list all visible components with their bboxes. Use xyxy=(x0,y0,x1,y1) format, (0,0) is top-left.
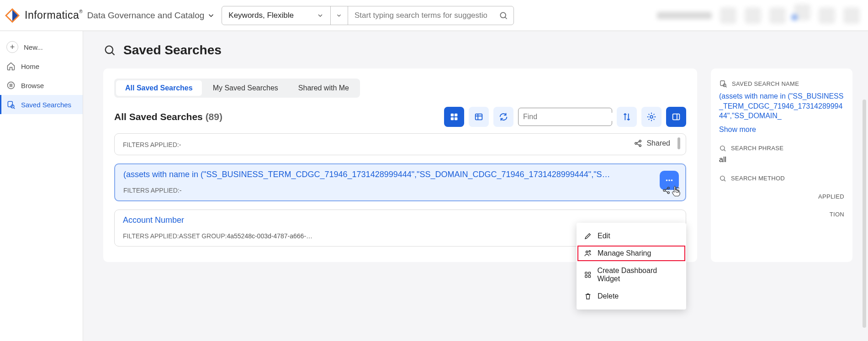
browse-icon xyxy=(6,81,16,90)
view-grid-button[interactable] xyxy=(444,107,464,127)
brand-name: Informatica xyxy=(25,9,79,21)
search-icon xyxy=(719,175,726,182)
filters-applied-value: 4a55248c-003d-4787-a666-… xyxy=(227,232,312,240)
asset-group-label: ASSET GROUP: xyxy=(179,232,227,240)
menu-item-manage-sharing[interactable]: Manage Sharing xyxy=(577,245,686,262)
tabs: All Saved Searches My Saved Searches Sha… xyxy=(114,79,360,98)
filters-applied-value: - xyxy=(180,187,182,194)
product-switch-chevron[interactable] xyxy=(207,11,215,20)
saved-search-title[interactable]: (assets with name in ("SS_BUSINESS_TERM_… xyxy=(123,170,677,179)
panel-toolbar: All Saved Searches (89) xyxy=(114,107,686,127)
brand-logo xyxy=(3,6,22,25)
search-icon xyxy=(103,44,116,57)
card-context-menu: Edit Manage Sharing Create Dashboard Wid… xyxy=(577,223,686,310)
shared-label: Shared xyxy=(646,139,670,147)
sidebar-item-new[interactable]: + New... xyxy=(0,37,83,57)
view-table-button[interactable] xyxy=(469,107,489,127)
tab-my-saved-searches[interactable]: My Saved Searches xyxy=(204,80,287,96)
sidebar-item-label: New... xyxy=(24,43,43,51)
tab-shared-with-me[interactable]: Shared with Me xyxy=(289,80,358,96)
saved-search-icon xyxy=(6,100,16,109)
sidebar-item-label: Saved Searches xyxy=(21,101,71,109)
trash-icon xyxy=(584,292,592,300)
find-input[interactable] xyxy=(523,113,614,121)
detail-label-text: TION xyxy=(830,211,844,218)
page-title: Saved Searches xyxy=(123,43,222,58)
menu-item-delete[interactable]: Delete xyxy=(577,288,686,305)
detail-label-name: SAVED SEARCH NAME xyxy=(719,79,844,88)
plus-icon: + xyxy=(6,41,18,53)
refresh-button[interactable] xyxy=(493,107,513,127)
sidebar-item-label: Browse xyxy=(21,82,44,89)
detail-phrase-value: all xyxy=(719,156,844,164)
people-icon xyxy=(584,249,592,257)
app-header: Informatica® Data Governance and Catalog… xyxy=(0,0,868,31)
shared-label: S xyxy=(675,186,680,194)
main-content: Saved Searches All Saved Searches My Sav… xyxy=(83,31,868,341)
brand-reg: ® xyxy=(79,9,82,14)
pencil-icon xyxy=(584,232,592,240)
section-heading-text: All Saved Searches xyxy=(114,111,203,122)
product-name: Data Governance and Catalog xyxy=(87,10,205,21)
detail-label-text: APPLIED xyxy=(818,193,844,200)
global-search: Keywords, Flexible xyxy=(222,6,514,25)
detail-name-link[interactable]: (assets with name in ("SS_BUSINESS_TERM_… xyxy=(719,91,844,121)
filters-applied-value: - xyxy=(179,141,181,148)
filters-applied-label: FILTERS APPLIED: xyxy=(123,141,179,148)
detail-label-text: SAVED SEARCH NAME xyxy=(732,80,799,87)
detail-label-filters: APPLIED xyxy=(719,193,844,200)
details-panel: SAVED SEARCH NAME (assets with name in (… xyxy=(711,68,852,262)
search-scope-dropdown[interactable]: Keywords, Flexible xyxy=(222,6,331,25)
header-right-blurred xyxy=(657,4,868,27)
sidebar: + New... Home Browse Saved Searches xyxy=(0,31,83,341)
filters-applied-label: FILTERS APPLIED: xyxy=(123,187,180,194)
detail-label-text: SEARCH PHRASE xyxy=(731,145,783,152)
chevron-down-icon xyxy=(317,12,324,19)
search-icon[interactable] xyxy=(493,11,513,20)
menu-item-label: Create Dashboard Widget xyxy=(597,267,679,283)
tab-all-saved-searches[interactable]: All Saved Searches xyxy=(116,80,202,96)
sidebar-item-label: Home xyxy=(21,63,39,70)
saved-search-card[interactable]: FILTERS APPLIED:- Shared xyxy=(114,133,686,155)
search-scope-extra-toggle[interactable] xyxy=(331,6,348,25)
menu-item-label: Edit xyxy=(598,232,610,240)
menu-item-label: Delete xyxy=(598,292,619,300)
sidebar-item-browse[interactable]: Browse xyxy=(0,76,83,95)
share-icon xyxy=(662,186,671,195)
section-heading: All Saved Searches (89) xyxy=(114,111,439,122)
detail-label-phrase: SEARCH PHRASE xyxy=(719,145,844,152)
menu-item-create-dashboard-widget[interactable]: Create Dashboard Widget xyxy=(577,262,686,288)
global-search-input[interactable] xyxy=(348,11,493,20)
shared-indicator: S xyxy=(662,186,680,195)
widget-icon xyxy=(584,271,592,279)
filters-applied-label: FILTERS APPLIED: xyxy=(123,232,179,240)
saved-search-card[interactable]: (assets with name in ("SS_BUSINESS_TERM_… xyxy=(114,163,686,201)
shared-indicator: Shared xyxy=(634,137,680,149)
saved-search-icon xyxy=(719,79,727,88)
menu-item-edit[interactable]: Edit xyxy=(577,227,686,245)
sidebar-item-saved-searches[interactable]: Saved Searches xyxy=(0,95,83,114)
detail-label-method: SEARCH METHOD xyxy=(719,175,844,182)
panel-toggle-button[interactable] xyxy=(666,107,686,127)
settings-button[interactable] xyxy=(641,107,662,127)
card-scroll-indicator xyxy=(677,137,680,149)
search-scope-value: Keywords, Flexible xyxy=(228,11,294,20)
search-icon xyxy=(719,145,726,152)
page-title-row: Saved Searches xyxy=(103,43,852,58)
show-more-link[interactable]: Show more xyxy=(719,126,844,134)
sidebar-item-home[interactable]: Home xyxy=(0,57,83,76)
sort-button[interactable] xyxy=(617,107,637,127)
find-box[interactable] xyxy=(518,108,612,126)
home-icon xyxy=(6,62,16,71)
share-icon xyxy=(634,139,643,148)
detail-label-tion: TION xyxy=(719,211,844,218)
section-count: (89) xyxy=(206,111,222,122)
detail-label-text: SEARCH METHOD xyxy=(731,175,785,182)
scrollbar[interactable] xyxy=(863,100,866,328)
menu-item-label: Manage Sharing xyxy=(598,249,651,257)
